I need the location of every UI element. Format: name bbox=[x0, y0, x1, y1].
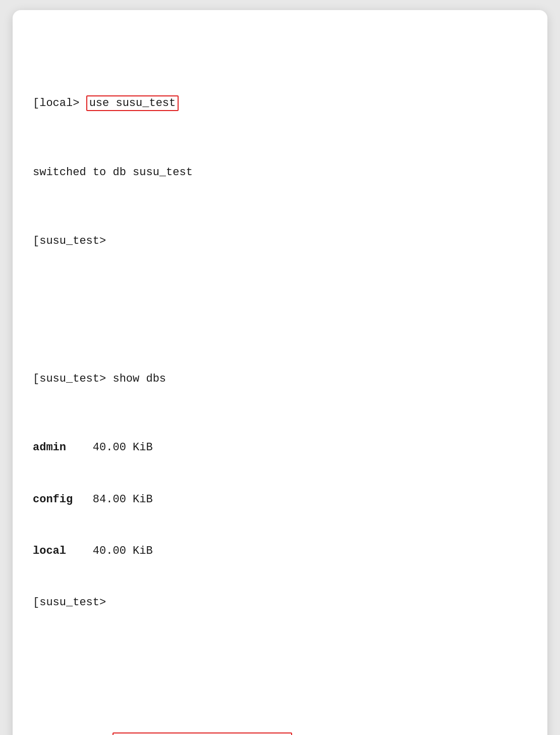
line-6: admin 40.00 KiB bbox=[33, 439, 527, 456]
line-7: config 84.00 KiB bbox=[33, 491, 527, 508]
line-2: switched to db susu_test bbox=[33, 164, 527, 181]
terminal-content: [local> use susu_test switched to db sus… bbox=[33, 26, 527, 735]
line-blank-2 bbox=[33, 663, 527, 680]
line-11: [susu_test> db.createCollection('dog') bbox=[33, 732, 527, 735]
line-3: [susu_test> bbox=[33, 233, 527, 250]
line-5: [susu_test> show dbs bbox=[33, 371, 527, 388]
highlight-use-susu-test: use susu_test bbox=[86, 95, 179, 111]
highlight-create-dog: db.createCollection('dog') bbox=[113, 732, 292, 735]
line-1: [local> use susu_test bbox=[33, 95, 527, 112]
line-9: [susu_test> bbox=[33, 594, 527, 611]
line-blank-1 bbox=[33, 302, 527, 319]
line-8: local 40.00 KiB bbox=[33, 543, 527, 560]
terminal-container: [local> use susu_test switched to db sus… bbox=[13, 10, 547, 735]
